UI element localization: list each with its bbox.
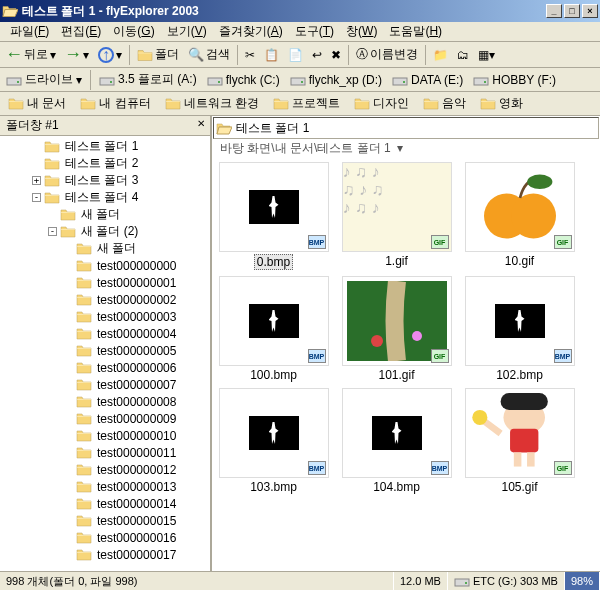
tree-label: 테스트 폴더 4 [63, 189, 140, 206]
tree-item[interactable]: 새 폴더 [0, 240, 210, 257]
tree-item[interactable]: test000000006 [0, 359, 210, 376]
tree-item[interactable]: test000000007 [0, 376, 210, 393]
drive-item[interactable]: HOBBY (F:) [469, 70, 560, 89]
drive-item[interactable]: 3.5 플로피 (A:) [95, 70, 201, 89]
thumbnail-item[interactable]: GIF10.gif [462, 162, 577, 270]
tree-item[interactable]: +테스트 폴더 3 [0, 172, 210, 189]
menu-item[interactable]: 도구(T) [289, 21, 340, 42]
folder-pane-button[interactable]: 폴더 [133, 44, 183, 66]
thumbnail-item[interactable]: BMP0.bmp [216, 162, 331, 270]
search-icon: 🔍 [188, 47, 204, 63]
forward-button[interactable]: →▾ [61, 44, 93, 66]
bookmark-item[interactable]: 음악 [417, 94, 472, 113]
thumbnail-label: 102.bmp [494, 368, 545, 382]
thumbnail-item[interactable]: BMP102.bmp [462, 276, 577, 382]
tree-item[interactable]: test000000009 [0, 410, 210, 427]
back-button[interactable]: ←뒤로 ▾ [2, 44, 60, 66]
tree-item[interactable]: -테스트 폴더 4 [0, 189, 210, 206]
thumbnail-item[interactable]: GIF101.gif [339, 276, 454, 382]
tool-icon[interactable]: 📋 [260, 44, 283, 66]
thumbnail-grid[interactable]: BMP0.bmp♪ ♫ ♪♫ ♪ ♫♪ ♫ ♪GIF1.gifGIF10.gif… [212, 158, 600, 571]
folder-tree-pane: 폴더창 #1 ✕ 테스트 폴더 1테스트 폴더 2+테스트 폴더 3-테스트 폴… [0, 116, 212, 571]
tree-label: 새 폴더 (2) [79, 223, 140, 240]
bookmark-item[interactable]: 내 컴퓨터 [74, 94, 156, 113]
tree-item[interactable]: test000000008 [0, 393, 210, 410]
tree-item[interactable]: test000000005 [0, 342, 210, 359]
maximize-button[interactable]: □ [564, 4, 580, 18]
menu-item[interactable]: 보기(V) [161, 21, 213, 42]
thumbnail-preview: BMP [342, 388, 452, 478]
tree-label: test000000007 [95, 378, 178, 392]
drive-item[interactable]: flychk_xp (D:) [286, 70, 386, 89]
tree-label: 새 폴더 [95, 240, 138, 257]
tree-header: 폴더창 #1 ✕ [0, 116, 210, 136]
tool-icon[interactable]: 📄 [284, 44, 307, 66]
thumbnail-label: 105.gif [499, 480, 539, 494]
expander-icon[interactable]: - [48, 227, 57, 236]
filetype-badge: GIF [554, 461, 572, 475]
tree-item[interactable]: test000000004 [0, 325, 210, 342]
close-button[interactable]: × [582, 4, 598, 18]
tree-item[interactable]: 새 폴더 [0, 206, 210, 223]
bookmark-item[interactable]: 내 문서 [2, 94, 72, 113]
close-pane-button[interactable]: ✕ [194, 118, 208, 132]
thumbnail-preview: ♪ ♫ ♪♫ ♪ ♫♪ ♫ ♪GIF [342, 162, 452, 252]
tree-item[interactable]: test000000013 [0, 478, 210, 495]
drives-button[interactable]: 드라이브 ▾ [2, 70, 86, 89]
tool-icon[interactable]: ↩ [308, 44, 326, 66]
tree-label: 새 폴더 [79, 206, 122, 223]
tree-item[interactable]: test000000017 [0, 546, 210, 563]
tree-label: test000000013 [95, 480, 178, 494]
tree-label: 테스트 폴더 3 [63, 172, 140, 189]
thumbnail-item[interactable]: BMP100.bmp [216, 276, 331, 382]
thumbnail-item[interactable]: BMP104.bmp [339, 388, 454, 494]
thumbnail-item[interactable]: ♪ ♫ ♪♫ ♪ ♫♪ ♫ ♪GIF1.gif [339, 162, 454, 270]
up-button[interactable]: ↑▾ [94, 44, 126, 66]
address-bar[interactable]: 테스트 폴더 1 [213, 117, 599, 139]
breadcrumb[interactable]: 바탕 화면\내 문서\테스트 폴더 1 ▾ [212, 140, 600, 158]
menu-item[interactable]: 창(W) [340, 21, 383, 42]
thumbnail-item[interactable]: BMP103.bmp [216, 388, 331, 494]
tree-item[interactable]: test000000001 [0, 274, 210, 291]
tool-icon[interactable]: ✖ [327, 44, 345, 66]
menu-item[interactable]: 파일(F) [4, 21, 55, 42]
thumbnail-preview: GIF [342, 276, 452, 366]
minimize-button[interactable]: _ [546, 4, 562, 18]
tree-item[interactable]: 테스트 폴더 1 [0, 138, 210, 155]
tree-item[interactable]: test000000015 [0, 512, 210, 529]
address-text: 테스트 폴더 1 [236, 120, 309, 137]
tree-item[interactable]: test000000010 [0, 427, 210, 444]
bookmark-item[interactable]: 디자인 [348, 94, 415, 113]
tool-icon[interactable]: 📁 [429, 44, 452, 66]
expander-icon[interactable]: + [32, 176, 41, 185]
tree-item[interactable]: test000000000 [0, 257, 210, 274]
filetype-badge: GIF [431, 235, 449, 249]
drive-item[interactable]: DATA (E:) [388, 70, 467, 89]
menu-item[interactable]: 이동(G) [107, 21, 160, 42]
thumbnail-item[interactable]: GIF105.gif [462, 388, 577, 494]
menu-item[interactable]: 즐겨찾기(A) [213, 21, 289, 42]
tree-item[interactable]: test000000011 [0, 444, 210, 461]
tree-item[interactable]: test000000012 [0, 461, 210, 478]
bookmark-item[interactable]: 프로젝트 [267, 94, 346, 113]
tree-item[interactable]: test000000016 [0, 529, 210, 546]
bookmark-item[interactable]: 네트워크 환경 [159, 94, 265, 113]
tree-item[interactable]: -새 폴더 (2) [0, 223, 210, 240]
tool-icon[interactable]: 🗂 [453, 44, 473, 66]
tree-item[interactable]: test000000014 [0, 495, 210, 512]
search-button[interactable]: 🔍검색 [184, 44, 234, 66]
bookmark-item[interactable]: 영화 [474, 94, 529, 113]
folder-tree[interactable]: 테스트 폴더 1테스트 폴더 2+테스트 폴더 3-테스트 폴더 4새 폴더-새… [0, 136, 210, 571]
drive-item[interactable]: flychk (C:) [203, 70, 284, 89]
svg-rect-10 [514, 452, 522, 466]
rename-button[interactable]: Ⓐ이름변경 [352, 44, 422, 66]
tree-item[interactable]: test000000002 [0, 291, 210, 308]
tool-icon[interactable]: ✂ [241, 44, 259, 66]
expander-icon[interactable]: - [32, 193, 41, 202]
menu-item[interactable]: 도움말(H) [383, 21, 448, 42]
drive-bar: 드라이브 ▾ 3.5 플로피 (A:)flychk (C:)flychk_xp … [0, 68, 600, 92]
menu-item[interactable]: 편집(E) [55, 21, 107, 42]
view-button[interactable]: ▦▾ [474, 44, 499, 66]
tree-item[interactable]: 테스트 폴더 2 [0, 155, 210, 172]
tree-item[interactable]: test000000003 [0, 308, 210, 325]
